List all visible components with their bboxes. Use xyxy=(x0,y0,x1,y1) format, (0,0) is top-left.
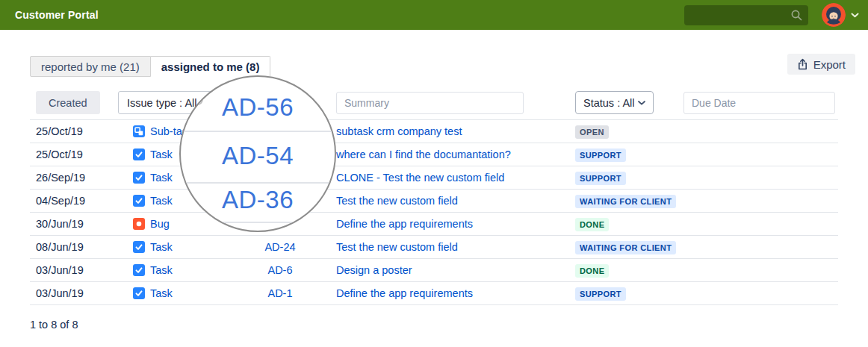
issue-type-label: Task xyxy=(150,241,173,253)
magnified-issue-key: AD-54 xyxy=(181,142,335,170)
user-avatar[interactable] xyxy=(822,3,846,27)
tab-assigned-to-me[interactable]: assigned to me (8) xyxy=(151,56,271,77)
status-cell: SUPPORT xyxy=(575,148,838,162)
issue-type-icon xyxy=(133,172,145,184)
issue-summary-link[interactable]: CLONE - Test the new custom field xyxy=(336,172,575,184)
issue-summary-link[interactable]: Define the app requirements xyxy=(336,287,575,299)
status-badge: DONE xyxy=(575,218,609,231)
table-row: 30/Jun/19 Bug Define the app requirement… xyxy=(30,213,838,236)
task-icon xyxy=(133,149,145,160)
table-row: 25/Oct/19 Task where can I find the docu… xyxy=(30,143,838,166)
issue-summary-link[interactable]: Test the new custom field xyxy=(336,195,575,207)
created-cell: 26/Sep/19 xyxy=(30,172,133,184)
created-cell: 30/Jun/19 xyxy=(30,218,133,230)
magnified-issue-key: AD-36 xyxy=(181,186,335,214)
request-tabs: reported by me (21) assigned to me (8) xyxy=(30,56,270,77)
app-title: Customer Portal xyxy=(15,9,99,21)
table-row: 26/Sep/19 Task CLONE - Test the new cust… xyxy=(30,166,838,190)
task-icon xyxy=(133,241,145,253)
due-date-filter-input[interactable] xyxy=(683,92,835,114)
table-row: 25/Oct/19 Sub-task subtask crm company t… xyxy=(30,120,838,143)
table-row: 03/Jun/19 Task AD-1 Define the app requi… xyxy=(30,282,838,305)
issue-summary-link[interactable]: Design a poster xyxy=(336,264,575,276)
created-filter-button[interactable]: Created xyxy=(36,91,100,114)
status-badge: DONE xyxy=(575,264,609,278)
top-navigation-bar: Customer Portal xyxy=(0,0,868,30)
status-badge: SUPPORT xyxy=(575,172,626,185)
issue-type-cell: Task xyxy=(133,264,224,276)
issue-type-icon xyxy=(133,218,145,230)
magnified-row-divider xyxy=(181,131,335,132)
task-icon xyxy=(133,264,145,276)
issue-type-label: Task xyxy=(150,195,173,207)
export-label: Export xyxy=(813,58,846,71)
status-cell: DONE xyxy=(575,263,838,278)
status-caret-icon xyxy=(638,101,645,105)
issue-type-icon xyxy=(133,241,145,253)
status-filter-label: Status : All xyxy=(583,97,635,109)
summary-filter-input[interactable] xyxy=(336,92,524,114)
issue-type-icon xyxy=(133,195,145,207)
table-row: 04/Sep/19 Task Test the new custom field… xyxy=(30,190,838,213)
table-row: 03/Jun/19 Task AD-6 Design a poster DONE xyxy=(30,259,838,282)
bug-icon xyxy=(133,218,145,230)
chevron-down-icon[interactable] xyxy=(851,13,859,18)
status-cell: WAITING FOR CLIENT xyxy=(575,194,838,208)
task-icon xyxy=(133,172,145,184)
issue-type-icon xyxy=(133,125,145,137)
status-badge: WAITING FOR CLIENT xyxy=(575,241,676,254)
created-cell: 03/Jun/19 xyxy=(30,287,133,299)
created-cell: 04/Sep/19 xyxy=(30,195,133,207)
magnified-row-divider xyxy=(181,182,335,184)
created-cell: 08/Jun/19 xyxy=(30,241,133,253)
issue-type-cell: Bug xyxy=(133,218,224,230)
subtask-icon xyxy=(133,125,145,137)
status-cell: DONE xyxy=(575,217,838,231)
status-cell: SUPPORT xyxy=(575,171,838,185)
created-cell: 03/Jun/19 xyxy=(30,264,133,276)
issue-type-label: Task xyxy=(150,172,173,184)
magnified-issue-key: AD-56 xyxy=(181,93,335,122)
issue-type-label: Task xyxy=(150,287,173,299)
status-cell: WAITING FOR CLIENT xyxy=(575,240,838,254)
status-badge: OPEN xyxy=(575,125,609,139)
issue-summary-link[interactable]: where can I find the documantation? xyxy=(336,149,575,160)
task-icon xyxy=(133,287,145,299)
issue-summary-link[interactable]: Define the app requirements xyxy=(336,218,575,230)
customer-portal-page: Customer Portal rep xyxy=(0,0,868,347)
export-icon xyxy=(797,58,808,70)
status-badge: SUPPORT xyxy=(575,287,626,301)
issue-type-icon xyxy=(133,287,145,299)
issue-summary-link[interactable]: subtask crm company test xyxy=(336,125,575,137)
issue-type-label: Bug xyxy=(150,218,170,230)
status-cell: OPEN xyxy=(575,125,838,139)
issue-type-cell: Task xyxy=(133,241,224,253)
issue-type-icon xyxy=(133,149,145,160)
status-filter[interactable]: Status : All xyxy=(575,91,654,114)
created-cell: 25/Oct/19 xyxy=(30,125,133,137)
status-badge: SUPPORT xyxy=(575,149,626,162)
issue-type-icon xyxy=(133,264,145,276)
created-cell: 25/Oct/19 xyxy=(30,149,133,160)
result-count: 1 to 8 of 8 xyxy=(30,319,78,331)
issue-key-link[interactable]: AD-6 xyxy=(224,264,336,276)
export-button[interactable]: Export xyxy=(787,54,855,75)
status-badge: WAITING FOR CLIENT xyxy=(575,195,676,208)
issue-key-link[interactable]: AD-1 xyxy=(224,287,336,299)
issues-table-body: 25/Oct/19 Sub-task subtask crm company t… xyxy=(30,119,838,305)
issue-type-label: Task xyxy=(150,264,173,276)
magnifier-overlay: AD-56AD-54AD-36 xyxy=(179,75,336,232)
global-search-box xyxy=(684,5,808,25)
tab-reported-by-me[interactable]: reported by me (21) xyxy=(30,56,151,77)
task-icon xyxy=(133,195,145,207)
issue-type-cell: Task xyxy=(133,287,224,299)
search-icon xyxy=(790,9,803,22)
issue-type-label: Task xyxy=(150,149,173,160)
issue-summary-link[interactable]: Test the new custom field xyxy=(336,241,575,253)
issue-key-link[interactable]: AD-24 xyxy=(224,241,336,253)
table-row: 08/Jun/19 Task AD-24 Test the new custom… xyxy=(30,236,838,259)
status-cell: SUPPORT xyxy=(575,287,838,301)
